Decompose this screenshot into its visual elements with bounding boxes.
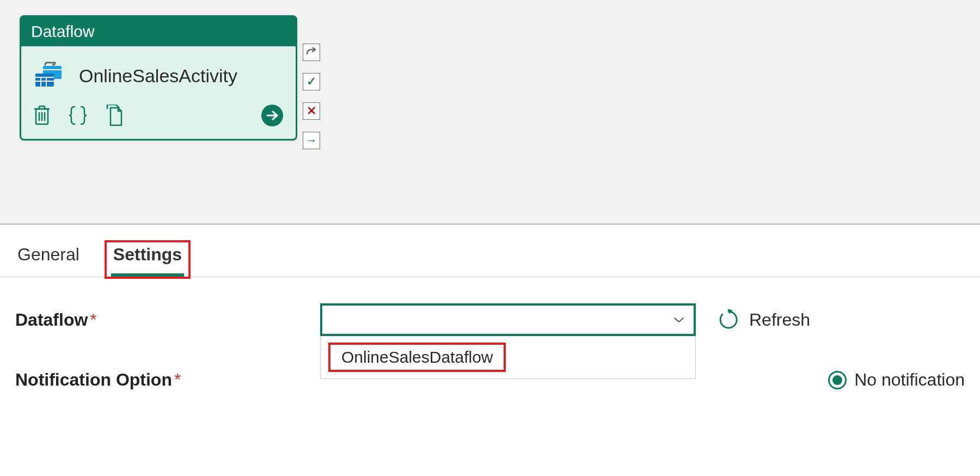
required-star: * [90, 310, 96, 329]
success-handle[interactable]: ✓ [303, 73, 320, 90]
radio-icon [828, 371, 847, 389]
properties-tabs: General Settings [0, 225, 980, 277]
settings-panel: Dataflow* OnlineSalesDataflow [0, 277, 980, 401]
option-highlight-box: OnlineSalesDataflow [328, 343, 506, 372]
refresh-label: Refresh [749, 310, 810, 330]
dataflow-activity-card[interactable]: Dataflow OnlineSalesActivity [20, 15, 297, 141]
dataflow-option-onlinesalesdataflow[interactable]: OnlineSalesDataflow [336, 346, 498, 369]
redo-handle[interactable] [303, 44, 320, 61]
dataflow-label: Dataflow* [15, 310, 320, 330]
refresh-button[interactable]: Refresh [718, 309, 810, 331]
dataflow-dropdown[interactable] [320, 303, 696, 336]
dataflow-dropdown-container: OnlineSalesDataflow [320, 303, 696, 336]
proceed-arrow-icon[interactable] [261, 104, 284, 127]
activity-type-header: Dataflow [21, 17, 296, 46]
activity-side-handles: ✓ ✕ → [303, 44, 320, 149]
code-braces-icon[interactable] [67, 105, 89, 126]
delete-icon[interactable] [33, 105, 51, 126]
tab-general[interactable]: General [15, 242, 82, 277]
refresh-icon [718, 309, 739, 331]
chevron-down-icon [673, 316, 685, 324]
activity-name: OnlineSalesActivity [79, 65, 237, 87]
required-star: * [174, 370, 181, 389]
svg-rect-2 [35, 74, 54, 87]
notification-label: Notification Option* [15, 370, 320, 390]
no-notification-label: No notification [854, 370, 965, 390]
failure-handle[interactable]: ✕ [303, 102, 320, 120]
canvas-area[interactable]: Dataflow OnlineSalesActivity [0, 0, 980, 223]
settings-highlight-box: Settings [105, 240, 191, 279]
no-notification-radio[interactable]: No notification [828, 370, 965, 390]
dataflow-dropdown-list: OnlineSalesDataflow [320, 336, 696, 379]
completion-handle[interactable]: → [303, 132, 320, 149]
tab-settings[interactable]: Settings [111, 242, 184, 277]
dataflow-row: Dataflow* OnlineSalesDataflow [15, 303, 965, 336]
dataflow-icon [33, 62, 67, 90]
copy-icon[interactable] [105, 105, 125, 126]
